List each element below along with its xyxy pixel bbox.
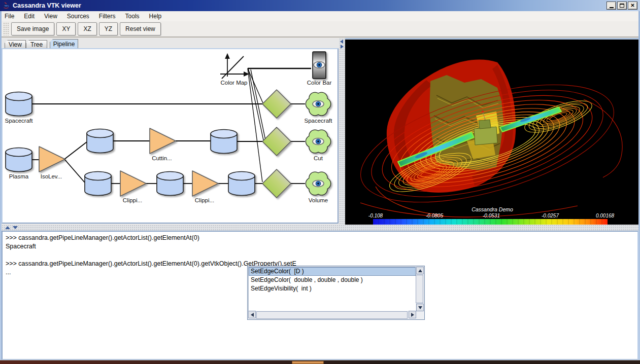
pipeline-graph[interactable]: Color Map Color Bar Spacecraft Plasma <box>3 49 335 221</box>
vertical-scrollbar[interactable] <box>416 267 424 311</box>
close-button[interactable]: ✕ <box>628 2 637 10</box>
maximize-icon <box>620 4 624 8</box>
mapper-node[interactable] <box>262 169 291 198</box>
filter-cutting-node[interactable] <box>150 128 176 154</box>
filter-clipping1-label: Clippi... <box>123 197 142 203</box>
close-icon: ✕ <box>630 3 634 8</box>
save-image-button[interactable]: Save image <box>11 22 54 35</box>
menu-view[interactable]: View <box>44 13 57 20</box>
left-tab-pane: View Tree Pipeline <box>2 38 339 225</box>
dataset-node[interactable] <box>157 172 183 196</box>
collapse-right-icon[interactable] <box>341 45 344 49</box>
dataset-node[interactable] <box>211 130 237 154</box>
filter-isolevel-node[interactable] <box>39 147 65 172</box>
dataset-node[interactable] <box>85 172 111 196</box>
python-console[interactable]: >>> cassandra.getPipeLineManager().getAc… <box>2 231 638 360</box>
filter-isolevel-label: IsoLev... <box>41 173 62 179</box>
menu-help[interactable]: Help <box>149 13 162 20</box>
autocomplete-item[interactable]: SetEdgeColor( [D ) <box>249 267 416 276</box>
vtk-render: Cassandra Demo -0.108 -0.0805 -0.0531 -0… <box>345 40 638 225</box>
vertical-scroll-thumb[interactable] <box>416 275 423 303</box>
scalar-bar-segments <box>379 219 602 225</box>
menu-filters[interactable]: Filters <box>99 13 116 20</box>
menu-bar: File Edit View Sources Filters Tools Hel… <box>0 11 640 21</box>
source-plasma-label: Plasma <box>9 173 29 179</box>
scalar-tick-4: 0.00168 <box>596 213 615 219</box>
xz-view-button[interactable]: XZ <box>78 22 96 35</box>
scroll-up-icon <box>418 269 422 272</box>
filter-cutting-label: Cuttin... <box>152 155 172 161</box>
actor-volume-label: Volume <box>309 197 328 203</box>
tab-tree[interactable]: Tree <box>26 40 47 49</box>
autocomplete-item[interactable]: SetEdgeVisibility( int ) <box>249 284 416 293</box>
pipeline-panel: Color Map Color Bar Spacecraft Plasma <box>2 48 339 224</box>
horizontal-scroll-thumb[interactable] <box>256 311 408 319</box>
java-app-icon <box>2 2 10 10</box>
source-spacecraft-node[interactable] <box>6 92 32 116</box>
scalar-tick-1: -0.0805 <box>426 213 443 219</box>
tab-pipeline[interactable]: Pipeline <box>50 39 78 49</box>
window-title: Cassandra VTK viewer <box>13 2 81 9</box>
color-map-label: Color Map <box>220 80 247 86</box>
xy-view-button[interactable]: XY <box>56 22 76 35</box>
menu-tools[interactable]: Tools <box>125 13 140 20</box>
tab-view[interactable]: View <box>5 40 26 49</box>
color-bar-label: Color Bar <box>307 80 332 86</box>
actor-cut-label: Cut <box>314 155 323 161</box>
collapse-up-icon[interactable] <box>5 226 10 229</box>
minimize-icon <box>610 7 614 8</box>
title-bar[interactable]: Cassandra VTK viewer ✕ <box>0 0 640 11</box>
dataset-node[interactable] <box>87 129 113 153</box>
mapper-node[interactable] <box>262 90 291 118</box>
scalar-bar-title: Cassandra Demo <box>471 206 513 212</box>
scroll-left-icon <box>251 313 254 317</box>
console-line: >>> cassandra.getPipeLineManager().getAc… <box>3 234 637 242</box>
color-map-node[interactable]: Color Map <box>220 54 248 86</box>
scroll-down-button[interactable] <box>416 304 424 311</box>
terrain-cut <box>429 75 503 170</box>
main-split-pane: View Tree Pipeline <box>0 38 640 225</box>
scalar-tick-0: -0.108 <box>368 213 383 219</box>
yz-view-button[interactable]: YZ <box>99 22 118 35</box>
scroll-right-icon <box>411 313 414 317</box>
tool-bar: Save image XY XZ YZ Reset view <box>0 21 640 38</box>
color-bar-node[interactable] <box>313 52 326 79</box>
filter-clipping2-node[interactable] <box>192 171 218 196</box>
pipeline-connections <box>31 68 311 184</box>
minimize-button[interactable] <box>607 2 616 10</box>
scroll-up-button[interactable] <box>416 267 424 274</box>
autocomplete-popup: SetEdgeColor( [D ) SetEdgeColor( double … <box>247 266 425 320</box>
collapse-left-icon[interactable] <box>340 40 343 44</box>
menu-sources[interactable]: Sources <box>67 13 89 20</box>
menu-file[interactable]: File <box>5 13 14 20</box>
source-plasma-node[interactable] <box>6 148 32 172</box>
reset-view-button[interactable]: Reset view <box>120 22 161 35</box>
dataset-node[interactable] <box>228 172 255 196</box>
actor-cut-node[interactable] <box>306 130 330 153</box>
filter-clipping1-node[interactable] <box>120 171 146 196</box>
horizontal-splitter[interactable] <box>2 225 638 231</box>
scalar-tick-3: -0.0257 <box>542 213 559 219</box>
console-line <box>3 251 637 260</box>
source-spacecraft-label: Spacecraft <box>5 118 33 124</box>
maximize-button[interactable] <box>617 2 627 10</box>
toolbar-drag-handle[interactable] <box>3 22 9 35</box>
menu-edit[interactable]: Edit <box>24 13 35 20</box>
mapper-node[interactable] <box>262 127 291 156</box>
autocomplete-list: SetEdgeColor( [D ) SetEdgeColor( double … <box>248 267 416 311</box>
collapse-down-icon[interactable] <box>13 226 18 229</box>
actor-spacecraft-label: Spacecraft <box>305 118 333 124</box>
actor-spacecraft-node[interactable] <box>306 93 330 116</box>
scroll-left-button[interactable] <box>248 311 256 318</box>
console-line: Spacecraft <box>3 242 637 251</box>
scalar-tick-2: -0.0531 <box>483 213 500 219</box>
render-viewport[interactable]: Cassandra Demo -0.108 -0.0805 -0.0531 -0… <box>345 38 638 225</box>
filter-clipping2-label: Clippi... <box>195 197 214 203</box>
background-window-strip <box>0 360 640 364</box>
horizontal-scrollbar[interactable] <box>248 311 416 319</box>
actor-volume-node[interactable] <box>306 172 330 195</box>
scroll-right-button[interactable] <box>409 311 416 318</box>
window-frame-left <box>0 11 2 360</box>
vertical-splitter[interactable] <box>339 38 345 225</box>
autocomplete-item[interactable]: SetEdgeColor( double , double , double ) <box>249 276 416 284</box>
